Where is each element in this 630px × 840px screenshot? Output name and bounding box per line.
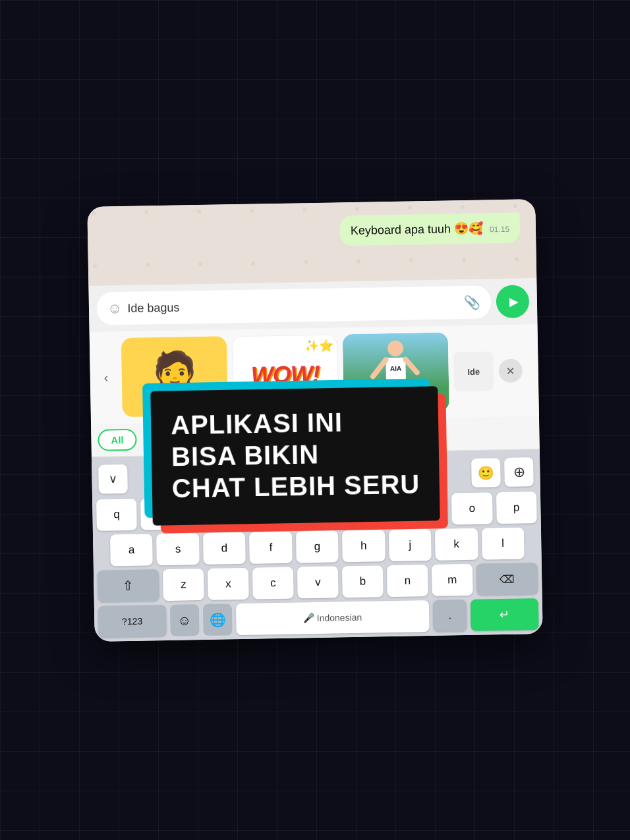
key-z[interactable]: z bbox=[163, 568, 204, 600]
key-s[interactable]: s bbox=[156, 533, 199, 565]
keyboard-plus-button[interactable]: ⊕ bbox=[504, 457, 534, 487]
input-box[interactable]: ☺ Ide bagus 📎 bbox=[97, 285, 492, 325]
key-shift[interactable]: ⇧ bbox=[98, 569, 159, 602]
chat-time: 01.15 bbox=[490, 224, 509, 234]
key-h[interactable]: h bbox=[342, 530, 385, 562]
key-k[interactable]: k bbox=[435, 528, 478, 560]
key-g[interactable]: g bbox=[296, 530, 339, 563]
key-a[interactable]: a bbox=[110, 534, 153, 566]
key-x[interactable]: x bbox=[208, 567, 249, 600]
key-period[interactable]: . bbox=[433, 600, 467, 632]
sticker-nav-left[interactable]: ‹ bbox=[95, 358, 117, 398]
svg-point-0 bbox=[387, 340, 403, 356]
tiktok-black-box: APLIKASI INI BISA BIKIN CHAT LEBIH SERU bbox=[150, 386, 440, 526]
key-f[interactable]: f bbox=[249, 531, 292, 563]
stars-deco: ✨⭐ bbox=[304, 338, 333, 353]
chat-bubble: Keyboard apa tuuh 😍🥰 01.15 bbox=[339, 212, 520, 246]
send-button[interactable] bbox=[496, 285, 529, 318]
attach-icon[interactable]: 📎 bbox=[464, 294, 480, 310]
emoji-icon[interactable]: ☺ bbox=[107, 300, 123, 317]
key-q[interactable]: q bbox=[96, 498, 137, 530]
key-p[interactable]: p bbox=[496, 491, 537, 524]
input-area: ☺ Ide bagus 📎 bbox=[88, 278, 537, 332]
tab-all[interactable]: All bbox=[98, 428, 137, 451]
chat-message: Keyboard apa tuuh 😍🥰 bbox=[351, 221, 483, 238]
keyboard-row-3: ⇧ z x c v b n m ⌫ bbox=[98, 563, 538, 602]
sticker-close-button[interactable]: ✕ bbox=[498, 358, 523, 383]
input-text[interactable]: Ide bagus bbox=[127, 295, 459, 315]
key-c[interactable]: c bbox=[252, 567, 294, 599]
key-b[interactable]: b bbox=[342, 565, 384, 598]
key-m[interactable]: m bbox=[432, 563, 473, 596]
key-v[interactable]: v bbox=[297, 566, 339, 598]
key-enter[interactable]: ↵ bbox=[471, 598, 538, 631]
key-globe[interactable]: 🌐 bbox=[203, 603, 233, 636]
overlay-line2: BISA BIKIN bbox=[171, 437, 420, 473]
svg-line-6 bbox=[405, 359, 416, 372]
key-backspace[interactable]: ⌫ bbox=[476, 563, 538, 596]
key-n[interactable]: n bbox=[387, 565, 428, 597]
overlay-line3: CHAT LEBIH SERU bbox=[171, 468, 420, 505]
key-o[interactable]: o bbox=[451, 492, 492, 524]
ide-label: Ide bbox=[467, 366, 480, 376]
svg-text:AIA: AIA bbox=[390, 364, 401, 372]
key-space[interactable]: 🎤 Indonesian bbox=[236, 600, 430, 635]
key-l[interactable]: l bbox=[481, 527, 524, 559]
key-num[interactable]: ?123 bbox=[98, 604, 166, 637]
chat-area: Keyboard apa tuuh 😍🥰 01.15 bbox=[87, 199, 536, 286]
keyboard-bottom-row: ?123 ☺ 🌐 🎤 Indonesian . ↵ bbox=[98, 598, 539, 638]
tiktok-overlay: APLIKASI INI BISA BIKIN CHAT LEBIH SERU bbox=[150, 386, 440, 526]
key-j[interactable]: j bbox=[389, 528, 432, 561]
sticker-item-ide[interactable]: Ide bbox=[453, 351, 494, 391]
keyboard-smiley-button[interactable]: 🙂 bbox=[471, 458, 501, 488]
keyboard-collapse-button[interactable]: ∨ bbox=[98, 464, 128, 493]
key-d[interactable]: d bbox=[203, 532, 246, 564]
overlay-line1: APLIKASI INI bbox=[171, 405, 419, 441]
svg-line-5 bbox=[372, 360, 386, 376]
key-emoji[interactable]: ☺ bbox=[170, 604, 200, 636]
